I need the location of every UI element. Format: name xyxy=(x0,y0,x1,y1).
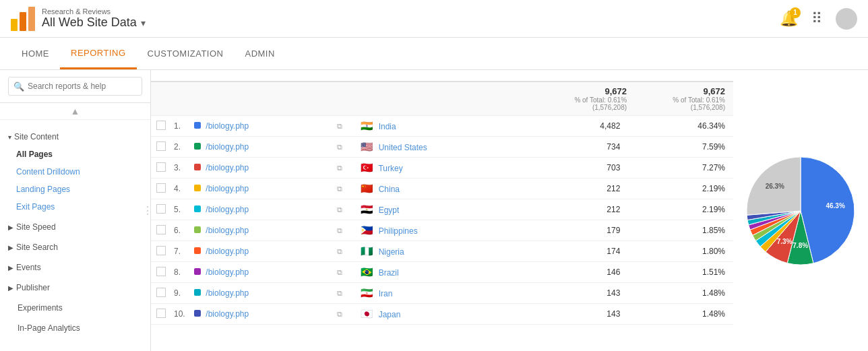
row-value2: 1.51% xyxy=(628,262,733,283)
row-checkbox[interactable] xyxy=(151,262,171,283)
row-value2: 1.48% xyxy=(628,304,733,325)
page-link[interactable]: /biology.php xyxy=(206,267,249,277)
sidebar-group-title-site-speed[interactable]: ▶ Site Speed xyxy=(0,218,150,236)
sidebar-resize-handle[interactable]: ⋮ xyxy=(145,70,150,351)
country-link[interactable]: Philippines xyxy=(379,226,418,236)
table-row: 10. /biology.php ⧉ 🇯🇵 Japan 143 1.48% xyxy=(151,304,733,325)
row-checkbox[interactable] xyxy=(151,137,171,158)
sidebar-group-title-publisher[interactable]: ▶ Publisher xyxy=(0,279,150,296)
country-link[interactable]: China xyxy=(379,185,400,194)
row-link-icon[interactable]: ⧉ xyxy=(336,262,355,283)
page-link[interactable]: /biology.php xyxy=(206,226,249,235)
sidebar-item-exit-pages[interactable]: Exit Pages xyxy=(0,198,150,216)
sidebar-group-title-experiments[interactable]: Experiments xyxy=(0,299,150,317)
country-flag: 🇳🇬 xyxy=(361,245,373,257)
country-flag: 🇪🇬 xyxy=(361,203,373,215)
sidebar-group-publisher: ▶ Publisher xyxy=(0,279,150,296)
table-row: 9. /biology.php ⧉ 🇮🇷 Iran 143 1.48% xyxy=(151,283,733,304)
row-checkbox[interactable] xyxy=(151,241,171,262)
pie-label: 7.8% xyxy=(793,241,808,249)
nav-customization[interactable]: CUSTOMIZATION xyxy=(137,39,235,68)
sidebar-item-all-pages[interactable]: All Pages xyxy=(0,146,150,163)
color-dot xyxy=(194,268,201,275)
page-link[interactable]: /biology.php xyxy=(206,205,249,214)
country-link[interactable]: Japan xyxy=(379,310,401,319)
country-link[interactable]: Iran xyxy=(379,289,393,298)
page-link[interactable]: /biology.php xyxy=(206,142,249,152)
main-nav: HOME REPORTING CUSTOMIZATION ADMIN xyxy=(0,38,868,70)
sidebar-item-content-drilldown[interactable]: Content Drilldown xyxy=(0,163,150,181)
row-number: 2. xyxy=(171,137,191,158)
search-input[interactable] xyxy=(8,77,142,96)
row-link-icon[interactable]: ⧉ xyxy=(336,283,355,304)
nav-admin[interactable]: ADMIN xyxy=(234,39,285,68)
sidebar-group-title-site-content[interactable]: ▾ Site Content xyxy=(0,128,150,146)
sidebar-group-site-search: ▶ Site Search xyxy=(0,238,150,256)
sidebar-group-label: Site Speed xyxy=(16,222,56,232)
sidebar-group-title-events[interactable]: ▶ Events xyxy=(0,259,150,276)
row-checkbox[interactable] xyxy=(151,304,171,325)
row-link-icon[interactable]: ⧉ xyxy=(336,137,355,158)
sidebar-group-site-content: ▾ Site Content All Pages Content Drilldo… xyxy=(0,128,150,216)
table-row: 6. /biology.php ⧉ 🇵🇭 Philippines 179 1.8… xyxy=(151,220,733,241)
row-number: 9. xyxy=(171,283,191,304)
country-link[interactable]: Egypt xyxy=(379,205,400,215)
nav-home[interactable]: HOME xyxy=(11,39,60,68)
color-dot xyxy=(194,143,201,150)
page-link[interactable]: /biology.php xyxy=(206,121,249,131)
nav-reporting[interactable]: REPORTING xyxy=(60,38,137,69)
row-link-icon[interactable]: ⧉ xyxy=(336,179,355,199)
country-link[interactable]: Brazil xyxy=(379,268,399,278)
row-number: 8. xyxy=(171,262,191,283)
page-link[interactable]: /biology.php xyxy=(206,309,249,319)
row-checkbox[interactable] xyxy=(151,116,171,137)
page-link[interactable]: /biology.php xyxy=(206,247,249,256)
row-page: /biology.php xyxy=(191,158,336,179)
row-checkbox[interactable] xyxy=(151,220,171,241)
row-link-icon[interactable]: ⧉ xyxy=(336,116,355,137)
sidebar-group-events: ▶ Events xyxy=(0,259,150,276)
rows-table: 1. /biology.php ⧉ 🇮🇳 India 4,482 46.34% … xyxy=(151,116,733,325)
row-checkbox[interactable] xyxy=(151,179,171,199)
country-link[interactable]: Nigeria xyxy=(379,247,404,257)
sidebar-group-label: Site Content xyxy=(14,132,59,141)
country-link[interactable]: India xyxy=(379,122,396,131)
site-selector[interactable]: All Web Site Data ▾ xyxy=(42,15,146,30)
row-link-icon[interactable]: ⧉ xyxy=(336,199,355,220)
total-value2: 9,672 xyxy=(643,86,725,96)
color-dot xyxy=(194,226,201,233)
row-link-icon[interactable]: ⧉ xyxy=(336,220,355,241)
page-link[interactable]: /biology.php xyxy=(206,184,249,193)
notifications-button[interactable]: 🔔 1 xyxy=(780,10,798,28)
row-link-icon[interactable]: ⧉ xyxy=(336,158,355,179)
header-title: Research & Reviews All Web Site Data ▾ xyxy=(42,7,146,30)
sidebar-search-area: 🔍 xyxy=(0,70,150,103)
country-link[interactable]: Turkey xyxy=(378,164,402,173)
row-number: 4. xyxy=(171,179,191,199)
row-checkbox[interactable] xyxy=(151,199,171,220)
sidebar-group-title-inpage[interactable]: In-Page Analytics xyxy=(0,319,150,337)
page-link[interactable]: /biology.php xyxy=(206,163,249,172)
header: Research & Reviews All Web Site Data ▾ 🔔… xyxy=(0,0,868,38)
row-number: 5. xyxy=(171,199,191,220)
row-value2: 1.80% xyxy=(628,241,733,262)
total-sub1: (1,576,208) xyxy=(545,104,627,111)
chevron-right-icon: ▶ xyxy=(8,284,13,292)
row-checkbox[interactable] xyxy=(151,283,171,304)
page-link[interactable]: /biology.php xyxy=(206,288,249,298)
scroll-up-icon[interactable]: ▲ xyxy=(71,106,80,117)
total-value1: 9,672 xyxy=(545,86,627,96)
row-value2: 46.34% xyxy=(628,116,733,137)
apps-grid-icon[interactable]: ⠿ xyxy=(811,10,822,28)
user-avatar[interactable] xyxy=(836,8,857,30)
sidebar-group-title-site-search[interactable]: ▶ Site Search xyxy=(0,238,150,256)
country-link[interactable]: United States xyxy=(379,143,427,152)
row-value1: 174 xyxy=(540,241,628,262)
color-dot xyxy=(194,185,201,191)
sidebar-item-landing-pages[interactable]: Landing Pages xyxy=(0,181,150,198)
row-link-icon[interactable]: ⧉ xyxy=(336,241,355,262)
row-checkbox[interactable] xyxy=(151,158,171,179)
search-icon: 🔍 xyxy=(13,82,24,92)
row-value1: 143 xyxy=(540,283,628,304)
row-link-icon[interactable]: ⧉ xyxy=(336,304,355,325)
